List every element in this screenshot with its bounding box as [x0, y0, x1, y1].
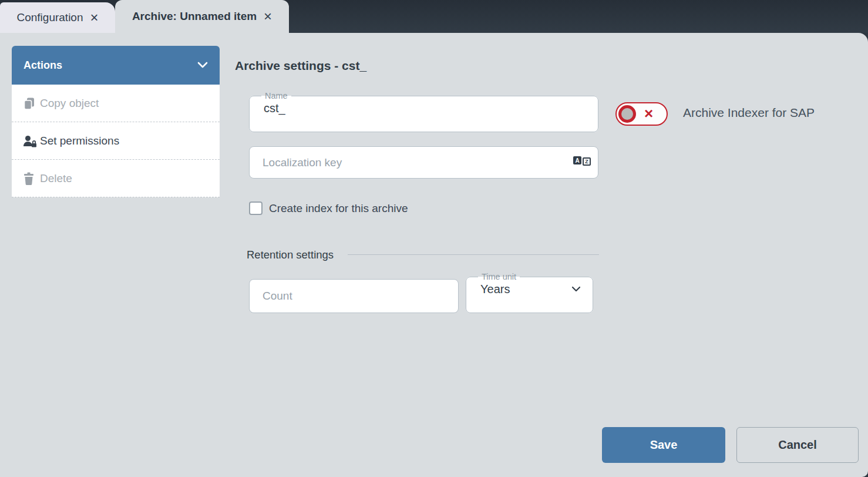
tab-archive-label: Archive: Unnamed item — [132, 10, 257, 23]
time-unit-field[interactable]: Time unit Years — [466, 272, 593, 313]
section-divider — [348, 254, 599, 255]
sidebar-item-copy-object: Copy object — [12, 85, 220, 122]
tab-configuration[interactable]: Configuration × — [0, 2, 115, 33]
sidebar-item-label: Copy object — [40, 97, 99, 110]
name-input[interactable] — [257, 100, 591, 122]
save-button[interactable]: Save — [602, 427, 725, 463]
localization-key-field: A Z — [249, 146, 598, 179]
name-field-label: Name — [261, 91, 291, 100]
create-index-row: Create index for this archive — [249, 201, 408, 215]
cancel-button[interactable]: Cancel — [736, 427, 859, 463]
chevron-down-icon — [197, 62, 208, 69]
trash-icon — [22, 172, 40, 186]
archive-indexer-toggle[interactable]: × — [615, 102, 668, 126]
toggle-knob — [618, 105, 636, 123]
time-unit-label: Time unit — [478, 272, 520, 281]
translate-icon-a: A — [573, 156, 581, 164]
copy-icon — [22, 96, 40, 110]
sidebar-item-delete: Delete — [12, 160, 220, 197]
sidebar-item-set-permissions[interactable]: Set permissions — [12, 122, 220, 160]
tab-configuration-close-icon[interactable]: × — [90, 11, 99, 25]
create-index-label: Create index for this archive — [269, 202, 408, 215]
tab-archive-unnamed-item[interactable]: Archive: Unnamed item × — [115, 0, 289, 33]
count-input[interactable] — [250, 280, 458, 313]
page-title: Archive settings - cst_ — [235, 59, 366, 73]
tab-configuration-label: Configuration — [16, 11, 83, 24]
chevron-down-icon — [571, 286, 581, 293]
user-lock-icon — [22, 134, 40, 148]
sidebar-item-label: Set permissions — [40, 135, 119, 147]
translate-icon-z: Z — [583, 157, 591, 166]
actions-sidebar: Actions Copy object — [12, 46, 220, 197]
actions-header[interactable]: Actions — [12, 46, 220, 85]
localization-key-input[interactable] — [250, 147, 598, 178]
sidebar-item-label: Delete — [40, 172, 72, 185]
retention-section-label: Retention settings — [247, 248, 334, 261]
tab-archive-close-icon[interactable]: × — [264, 9, 272, 23]
count-field — [249, 279, 459, 313]
retention-section-header: Retention settings — [247, 248, 599, 260]
actions-header-label: Actions — [23, 59, 62, 72]
archive-indexer-label: Archive Indexer for SAP — [683, 106, 815, 120]
tab-bar: Configuration × Archive: Unnamed item × — [0, 0, 868, 33]
create-index-checkbox[interactable] — [249, 201, 263, 215]
name-field: Name — [249, 91, 598, 132]
translate-icon: A Z — [573, 156, 591, 166]
time-unit-value: Years — [480, 283, 510, 296]
archive-settings-panel: Actions Copy object — [0, 33, 868, 477]
toggle-off-icon: × — [644, 106, 653, 121]
